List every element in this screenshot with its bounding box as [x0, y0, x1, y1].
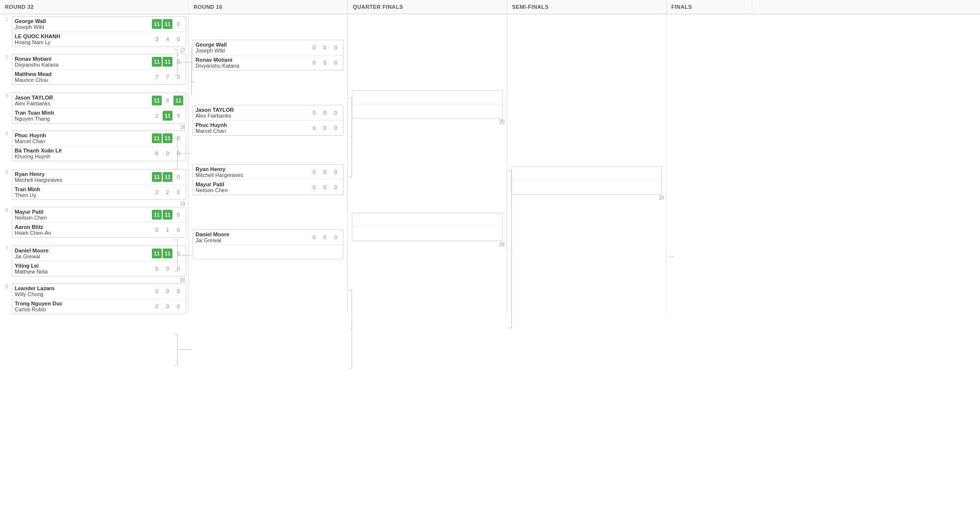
team-line1: LE QUOC KHANH [15, 33, 150, 39]
page: ROUND 32 ROUND 16 QUARTER FINALS SEMI-FI… [0, 0, 980, 314]
team-row: Daniel MooreJai Grewal 0 0 0 [193, 230, 343, 245]
team-name: Mayur PatilNeilson Chen [196, 181, 307, 193]
score-box: 11 [152, 210, 162, 220]
team-name: Leander LazaroWilly Chung [15, 285, 150, 297]
sf-match-card-1 [511, 166, 662, 195]
score-box [309, 247, 319, 257]
score-box: 0 [331, 108, 341, 118]
quarterfinals-column: 25 26 [348, 14, 507, 314]
r32-match-4: Phuc HuynhMarcel Chan 11 11 0 Bá Thanh X… [12, 130, 186, 161]
score-group: 0 0 0 [309, 43, 341, 52]
team-line1: Ronav Motiani [15, 56, 150, 62]
team-name: Phuc HuynhMarcel Chan [15, 132, 150, 144]
r32-match-4-wrap: 4 Phuc HuynhMarcel Chan 11 11 0 Bá [0, 130, 188, 161]
score-group: 5 0 0 [152, 264, 183, 274]
header-r16: ROUND 16 [189, 0, 348, 14]
group-number: 20 [180, 277, 185, 283]
finals-column [666, 14, 752, 314]
r32-match-5: Ryan HenryMitchell Hargreaves 11 11 0 Tr… [12, 169, 186, 200]
header-sf: SEMI-FINALS [507, 0, 666, 14]
sf-group-number-29: 29 [659, 195, 664, 200]
qf-group-number-26: 26 [499, 242, 505, 247]
team-name: Daniel MooreJai Grewal [15, 248, 150, 259]
team-name: Daniel MooreJai Grewal [196, 231, 307, 243]
r16-match-1-wrap: George WallJoseph Wild 0 0 0 Ronav Motia… [189, 40, 347, 71]
team-row: George WallJoseph Wild 11 11 0 [12, 17, 186, 32]
team-row: Tran Tuan MinhNguyen Thang 2 11 9 [12, 108, 186, 123]
score-box: 0 [331, 43, 341, 52]
r32-match-6-wrap: 6 Mayur PatilNeilson Chen 11 11 0 A [0, 207, 188, 238]
score-box: 0 [320, 123, 330, 133]
semifinals-column: 29 [507, 14, 666, 314]
match-card-3: Jason TAYLORAlex Fairbanks 11 8 11 Tran … [12, 93, 186, 124]
score-box: 0 [309, 43, 319, 52]
team-name: LE QUOC KHANHHoang Nam Ly [15, 33, 150, 45]
r16-match-4: Daniel MooreJai Grewal 0 0 0 [193, 229, 343, 259]
qf-group-label: 26 [348, 241, 507, 247]
team-line2: Jai Grewal [15, 253, 150, 259]
team-row: Phuc HuynhMarcel Chan 11 11 0 [12, 131, 186, 146]
score-box: 11 [152, 96, 162, 105]
score-group: 2 11 9 [152, 111, 183, 121]
team-line1: Leander Lazaro [15, 285, 150, 291]
team-row [512, 180, 662, 194]
team-name: Jason TAYLORAlex Fairbanks [196, 107, 307, 119]
group-number: 19 [180, 201, 185, 206]
r16-match-2-wrap: Jason TAYLORAlex Fairbanks 0 0 0 Phuc Hu… [189, 105, 347, 136]
match-number-2: 2 [3, 54, 11, 85]
team-row: LE QUOC KHANHHoang Nam Ly 3 4 0 [12, 32, 186, 47]
score-box: 0 [331, 182, 341, 192]
score-group: 3 4 0 [152, 34, 183, 44]
score-box: 0 [173, 286, 183, 296]
team-row: Aaron BlitzHsieh Chen-An 0 1 0 [12, 223, 186, 237]
match-number-1: 1 [3, 16, 11, 47]
score-box: 9 [173, 111, 183, 121]
team-name: Ronav MotianiDivyanshu Kataria [196, 57, 307, 69]
sf-match-1 [507, 166, 666, 195]
team-name: Bá Thanh Xuân LêKhuong Huynh [15, 148, 150, 159]
team-row: Matthew MeadMaurice Chou 7 7 0 [12, 70, 186, 84]
score-box: 0 [173, 172, 183, 182]
team-name: Mayur PatilNeilson Chen [15, 209, 150, 221]
r32-match-6: Mayur PatilNeilson Chen 11 11 0 Aaron Bl… [12, 207, 186, 238]
score-box: 11 [163, 19, 172, 29]
match-card-6: Mayur PatilNeilson Chen 11 11 0 Aaron Bl… [12, 207, 186, 238]
spacer-top [189, 14, 347, 40]
match-number-6: 6 [3, 207, 11, 238]
qf-match-card-2 [352, 213, 503, 241]
score-box: 0 [309, 167, 319, 177]
score-group: 0 0 0 [309, 232, 341, 242]
team-line2: Matthew Nola [15, 269, 150, 275]
score-box: 0 [320, 58, 330, 68]
team-line1: George Wall [15, 18, 150, 24]
score-group: 11 11 0 [152, 133, 183, 143]
team-row: Mayur PatilNeilson Chen 0 0 0 [193, 180, 343, 195]
team-name: Ronav MotianiDivyanshu Kataria [15, 56, 150, 68]
r16-match-card-3: Ryan HenryMitchell Hargreaves 0 0 0 Mayu… [193, 164, 343, 195]
team-row: George WallJoseph Wild 0 0 0 [193, 40, 343, 55]
score-group: 11 8 11 [152, 96, 183, 105]
score-box: 0 [331, 123, 341, 133]
r32-match-3: Jason TAYLORAlex Fairbanks 11 8 11 Tran … [12, 93, 186, 124]
score-box: 0 [152, 286, 162, 296]
r32-match-3-wrap: 3 Jason TAYLORAlex Fairbanks 11 8 11 [0, 93, 188, 124]
team-line1: Phuc Huynh [15, 132, 150, 138]
score-box: 0 [152, 301, 162, 311]
score-box: 11 [163, 210, 172, 220]
r16-match-card-2: Jason TAYLORAlex Fairbanks 0 0 0 Phuc Hu… [193, 105, 343, 136]
score-box: 11 [163, 249, 172, 258]
qf-match-1 [348, 90, 507, 119]
team-line1: Jason TAYLOR [196, 107, 307, 113]
team-name: Tran Tuan MinhNguyen Thang [15, 110, 150, 122]
score-box: 11 [152, 172, 162, 182]
score-group: 0 0 0 [309, 123, 341, 133]
qf-match-card-1 [352, 90, 503, 119]
score-box: 4 [163, 34, 172, 44]
team-row [193, 245, 343, 259]
match-number-4: 4 [3, 130, 11, 161]
team-line1: Ryan Henry [196, 166, 307, 172]
team-name: Ryan HenryMitchell Hargreaves [196, 166, 307, 178]
score-box: 0 [320, 182, 330, 192]
team-line2: Khuong Huynh [15, 153, 150, 159]
team-line1: Ronav Motiani [196, 57, 307, 63]
